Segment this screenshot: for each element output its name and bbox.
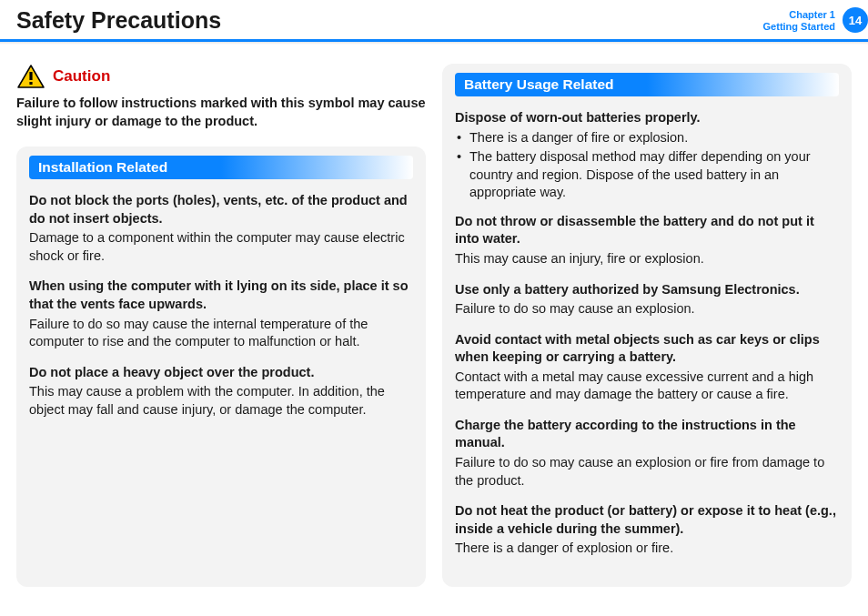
caution-triangle-icon (16, 64, 45, 89)
caution-description: Failure to follow instructions marked wi… (16, 95, 426, 130)
caution-heading: Caution (16, 64, 426, 89)
item-body: Failure to do so may cause the internal … (29, 316, 413, 351)
battery-item: Do not heat the product (or battery) or … (455, 502, 839, 558)
item-body: Failure to do so may cause an explosion … (455, 454, 839, 490)
page-header: Safety Precautions Chapter 1 Getting Sta… (0, 0, 868, 42)
item-body: There is a danger of explosion or fire. (455, 540, 839, 558)
bullet-item: The battery disposal method may differ d… (455, 148, 839, 202)
right-column: Battery Usage Related Dispose of worn-ou… (442, 64, 852, 587)
item-body: This may cause a problem with the comput… (29, 383, 413, 419)
battery-heading: Battery Usage Related (455, 73, 839, 96)
svg-rect-1 (29, 82, 32, 85)
item-heading: Use only a battery authorized by Samsung… (455, 281, 839, 299)
bullet-item: There is a danger of fire or explosion. (455, 129, 839, 147)
item-body: Contact with a metal may cause excessive… (455, 369, 839, 404)
battery-panel: Battery Usage Related Dispose of worn-ou… (442, 64, 852, 587)
item-heading: Charge the battery according to the inst… (455, 417, 839, 452)
chapter-info: Chapter 1 Getting Started (763, 7, 835, 33)
item-heading: Do not place a heavy object over the pro… (29, 364, 413, 382)
page-number-badge: 14 (843, 7, 868, 33)
item-body: This may cause an injury, fire or explos… (455, 250, 839, 268)
page-title: Safety Precautions (16, 7, 221, 39)
header-right: Chapter 1 Getting Started 14 (763, 7, 868, 33)
item-heading: Avoid contact with metal objects such as… (455, 331, 839, 367)
battery-item: Avoid contact with metal objects such as… (455, 331, 839, 404)
item-heading: Do not heat the product (or battery) or … (455, 502, 839, 538)
installation-item: Do not place a heavy object over the pro… (29, 364, 413, 419)
content-area: Caution Failure to follow instructions m… (0, 42, 868, 603)
installation-item: When using the computer with it lying on… (29, 278, 413, 350)
item-heading: Dispose of worn-out batteries properly. (455, 109, 839, 127)
installation-item: Do not block the ports (holes), vents, e… (29, 192, 413, 265)
battery-item: Do not throw or disassemble the battery … (455, 213, 839, 268)
installation-heading: Installation Related (29, 156, 413, 179)
battery-bullets: There is a danger of fire or explosion. … (455, 129, 839, 202)
left-column: Caution Failure to follow instructions m… (16, 64, 426, 587)
item-heading: When using the computer with it lying on… (29, 278, 413, 313)
item-body: Failure to do so may cause an explosion. (455, 300, 839, 318)
installation-panel: Installation Related Do not block the po… (16, 146, 426, 587)
battery-item: Use only a battery authorized by Samsung… (455, 281, 839, 318)
chapter-name: Getting Started (763, 21, 835, 33)
chapter-number: Chapter 1 (763, 9, 835, 21)
svg-rect-0 (29, 72, 32, 80)
item-body: Damage to a component within the compute… (29, 229, 413, 265)
item-heading: Do not throw or disassemble the battery … (455, 213, 839, 248)
caution-label: Caution (53, 67, 110, 86)
item-heading: Do not block the ports (holes), vents, e… (29, 192, 413, 227)
battery-item: Charge the battery according to the inst… (455, 417, 839, 490)
